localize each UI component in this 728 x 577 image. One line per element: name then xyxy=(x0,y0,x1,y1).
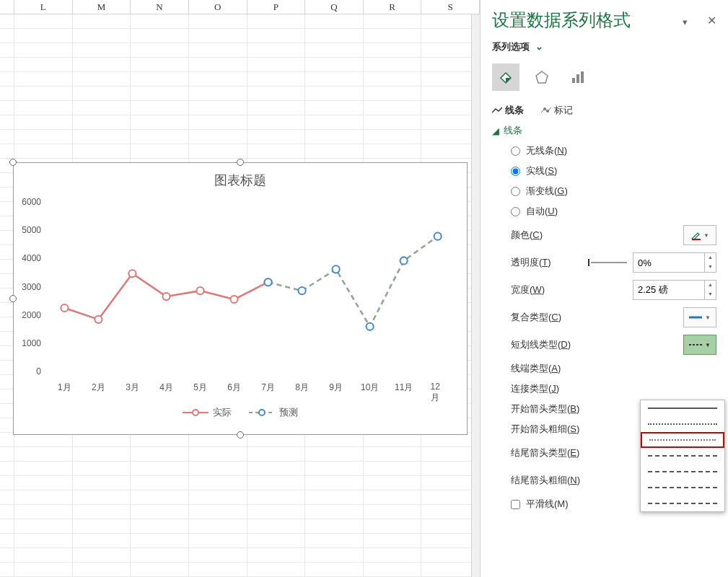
col-header[interactable]: N xyxy=(131,0,189,14)
chart-svg xyxy=(43,202,452,374)
close-panel-button[interactable]: ✕ xyxy=(707,14,716,27)
line-style-radio-group: 无线条(N) 实线(S) 渐变线(G) 自动(U) xyxy=(511,144,716,218)
dash-option-dotted[interactable] xyxy=(641,416,724,432)
svg-point-2 xyxy=(128,270,136,277)
spreadsheet-area: L M N O P Q R S 图表标题 0100020003000400050… xyxy=(0,0,480,577)
svg-rect-20 xyxy=(581,71,584,83)
svg-point-1 xyxy=(95,316,102,323)
col-header[interactable]: P xyxy=(247,0,306,14)
width-label: 宽度(W) xyxy=(511,283,633,296)
svg-marker-17 xyxy=(536,71,548,83)
radio-no-line[interactable]: 无线条(N) xyxy=(511,144,716,157)
series-options-tab[interactable] xyxy=(564,63,592,91)
resize-handle[interactable] xyxy=(237,431,244,439)
cap-label: 线端类型(A) xyxy=(511,362,716,375)
radio-gradient-line[interactable]: 渐变线(G) xyxy=(511,185,716,198)
svg-point-12 xyxy=(434,233,442,240)
svg-point-10 xyxy=(367,323,374,330)
color-label: 颜色(C) xyxy=(511,229,683,242)
dash-option-dash-dot[interactable] xyxy=(641,464,724,480)
col-header-blank[interactable] xyxy=(0,0,14,14)
col-header[interactable]: M xyxy=(73,0,131,14)
opacity-label: 透明度(T) xyxy=(511,256,591,269)
panel-title: 设置数据系列格式 xyxy=(492,9,683,32)
svg-point-14 xyxy=(193,410,198,415)
svg-point-16 xyxy=(259,410,265,415)
radio-solid-line[interactable]: 实线(S) xyxy=(511,164,716,177)
svg-rect-23 xyxy=(692,239,701,240)
svg-point-11 xyxy=(400,257,408,264)
opacity-input[interactable] xyxy=(633,252,705,273)
svg-point-7 xyxy=(264,278,271,286)
svg-rect-18 xyxy=(572,78,575,83)
dash-option-dash[interactable] xyxy=(641,448,724,464)
col-header[interactable]: L xyxy=(14,0,73,14)
col-header[interactable]: Q xyxy=(305,0,364,14)
dash-option-long-dash-dot[interactable] xyxy=(641,495,724,511)
compound-type-button[interactable]: ▼ xyxy=(683,307,716,327)
resize-handle[interactable] xyxy=(9,295,17,302)
effects-tab[interactable] xyxy=(528,63,556,91)
column-headers: L M N O P Q R S xyxy=(0,0,480,14)
panel-options-dropdown[interactable]: ▾ xyxy=(683,17,690,24)
svg-point-3 xyxy=(162,293,170,300)
line-subtab[interactable]: 线条 xyxy=(492,104,524,117)
opacity-slider[interactable] xyxy=(591,262,627,263)
marker-subtab[interactable]: 标记 xyxy=(541,104,573,117)
compound-label: 复合类型(C) xyxy=(511,311,683,324)
svg-point-22 xyxy=(546,110,549,113)
fill-line-tab[interactable] xyxy=(492,63,519,91)
legend-label: 实际 xyxy=(213,406,232,419)
svg-point-21 xyxy=(543,107,546,110)
dash-option-square-dot[interactable] xyxy=(641,432,724,448)
line-section-toggle[interactable]: ◢线条 xyxy=(492,124,716,137)
x-axis-labels: 1月2月3月4月5月6月7月8月9月10月11月12月 xyxy=(43,379,452,396)
width-spinner[interactable]: ▲▼ xyxy=(705,280,716,300)
dash-option-long-dash[interactable] xyxy=(641,480,724,495)
dash-type-button[interactable]: ▼ xyxy=(683,335,716,355)
y-axis-labels: 0100020003000400050006000 xyxy=(17,202,41,371)
svg-point-4 xyxy=(196,287,203,294)
col-header[interactable]: O xyxy=(189,0,247,14)
width-input[interactable] xyxy=(633,280,705,300)
vertical-scrollbar[interactable] xyxy=(471,14,480,577)
legend-label: 预测 xyxy=(279,406,298,419)
format-data-series-panel: 设置数据系列格式 ▾ ✕ 系列选项 ⌄ 线条 标记 ◢线条 无线条(N) 实线(… xyxy=(480,0,728,577)
series-options-dropdown[interactable]: 系列选项 ⌄ xyxy=(492,40,716,53)
plot-area[interactable]: 0100020003000400050006000 xyxy=(43,202,452,371)
chart-title[interactable]: 图表标题 xyxy=(14,163,467,195)
col-header[interactable]: S xyxy=(421,0,480,14)
svg-rect-19 xyxy=(576,74,579,83)
radio-auto-line[interactable]: 自动(U) xyxy=(511,205,716,218)
svg-point-8 xyxy=(299,287,306,294)
resize-handle[interactable] xyxy=(9,159,17,166)
chart-legend[interactable]: 实际 预测 xyxy=(14,396,467,430)
dash-label: 短划线类型(D) xyxy=(511,338,683,351)
col-header[interactable]: R xyxy=(364,0,422,14)
color-picker-button[interactable]: ▼ xyxy=(683,225,716,245)
resize-handle[interactable] xyxy=(237,159,244,166)
opacity-spinner[interactable]: ▲▼ xyxy=(705,252,716,273)
svg-point-9 xyxy=(333,265,340,273)
svg-point-5 xyxy=(230,296,237,303)
chart-object[interactable]: 图表标题 0100020003000400050006000 1月2月3月4月5… xyxy=(13,162,468,435)
dash-type-dropdown-menu xyxy=(640,400,725,512)
dash-option-solid[interactable] xyxy=(641,400,724,416)
legend-item-forecast[interactable]: 预测 xyxy=(249,406,298,419)
svg-point-0 xyxy=(61,304,68,312)
join-label: 连接类型(J) xyxy=(511,382,716,395)
legend-item-actual[interactable]: 实际 xyxy=(183,406,232,419)
